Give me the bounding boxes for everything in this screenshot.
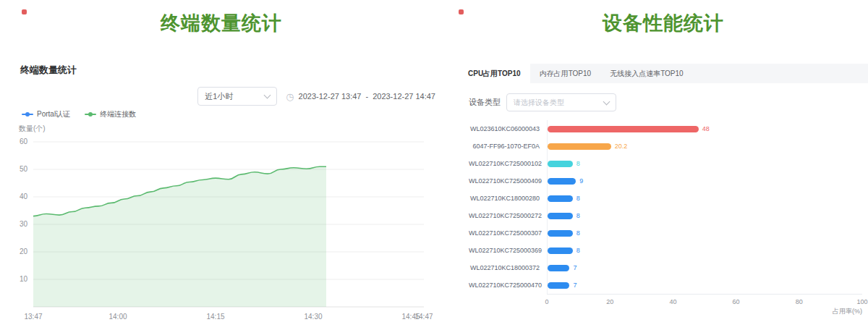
legend-item[interactable]: 终端连接数	[85, 109, 136, 119]
svg-text:40: 40	[20, 192, 28, 200]
bar-value-label: 8	[576, 229, 580, 237]
top10-tab-bar: CPU占用TOP10内存占用TOP10无线接入点速率TOP10	[459, 64, 868, 83]
x-tick-label: 0	[545, 298, 548, 305]
chart-controls: 近1小时 ◷ 2023-12-27 13:47 - 2023-12-27 14:…	[197, 87, 435, 106]
bar-row: WL022710KC7250001028	[469, 155, 862, 172]
svg-text:14:30: 14:30	[304, 313, 322, 321]
bar-row: WL022710KC180003727	[469, 259, 862, 276]
y-axis-name: 数量(个)	[19, 124, 46, 134]
bar-row: WL022710KC7250004707	[469, 276, 862, 294]
bar-row: WL022710KC180002808	[469, 190, 862, 207]
svg-text:14:00: 14:00	[109, 313, 127, 321]
bar-row: 6047-FF96-1070-EF0A20.2	[469, 138, 862, 155]
bar-value-label: 9	[579, 177, 583, 185]
bar-category-label: WL022710KC18000280	[469, 195, 547, 202]
legend-label: 终端连接数	[100, 109, 136, 119]
bar-value-label: 8	[576, 195, 580, 202]
bar	[548, 213, 573, 219]
bar-value-label: 8	[576, 212, 580, 219]
bar-value-label: 7	[573, 264, 576, 271]
x-tick-label: 20	[606, 298, 613, 305]
svg-text:60: 60	[20, 138, 28, 145]
chevron-down-icon	[264, 92, 271, 99]
svg-text:50: 50	[20, 165, 28, 173]
device-type-label: 设备类型	[469, 97, 501, 108]
terminal-section-title: 终端数量统计	[20, 64, 77, 77]
bar	[548, 178, 576, 185]
svg-text:14:47: 14:47	[414, 313, 433, 321]
bar-value-label: 8	[576, 247, 580, 254]
chevron-down-icon	[603, 98, 610, 105]
bar-row: WL023610KC0600004348	[469, 120, 862, 138]
x-tick-label: 100	[856, 298, 867, 305]
svg-text:13:47: 13:47	[24, 313, 42, 321]
bar	[548, 161, 573, 167]
bar-x-axis: 020406080100占用率(%)	[547, 294, 862, 316]
bar-row: WL022710KC7250003078	[469, 224, 862, 242]
x-tick-label: 40	[669, 298, 676, 305]
bar	[548, 282, 569, 289]
terminal-stats-panel: 终端数量统计 终端数量统计 近1小时 ◷ 2023-12-27 13:47 - …	[0, 0, 443, 330]
bar-value-label: 20.2	[615, 143, 628, 150]
bar-category-label: WL022710KC725000307	[469, 229, 547, 237]
device-type-placeholder: 请选择设备类型	[514, 98, 564, 108]
bar-category-label: WL022710KC725000272	[469, 212, 547, 219]
bar-value-label: 8	[576, 160, 580, 167]
time-range-value: 近1小时	[205, 91, 233, 102]
tab-1[interactable]: 内存占用TOP10	[530, 64, 601, 83]
bar-category-label: WL022710KC725000102	[469, 160, 547, 167]
bar-row: WL022710KC7250002728	[469, 207, 862, 224]
device-type-row: 设备类型 请选择设备类型	[469, 93, 616, 111]
bar	[548, 248, 573, 254]
bar	[548, 230, 573, 237]
chart-legend: Portal认证终端连接数	[22, 109, 136, 119]
date-separator: -	[365, 92, 368, 101]
x-tick-label: 80	[796, 298, 803, 305]
end-datetime: 2023-12-27 14:47	[373, 92, 435, 101]
clock-icon: ◷	[286, 92, 294, 101]
bar-value-label: 7	[573, 282, 576, 289]
legend-label: Portal认证	[37, 109, 70, 119]
bar-category-label: WL022710KC725000409	[469, 177, 547, 185]
bar-category-label: WL022710KC725000470	[469, 282, 547, 289]
svg-text:20: 20	[20, 248, 28, 255]
tab-2[interactable]: 无线接入点速率TOP10	[600, 64, 693, 83]
svg-text:30: 30	[20, 220, 28, 228]
bar-category-label: WL022710KC18000372	[469, 264, 547, 271]
red-marker-icon	[459, 9, 464, 14]
device-perf-panel: 设备性能统计 CPU占用TOP10内存占用TOP10无线接入点速率TOP10 设…	[459, 0, 868, 330]
cpu-top10-bar-chart: WL023610KC06000043486047-FF96-1070-EF0A2…	[469, 120, 862, 316]
bar-row: WL022710KC7250004099	[469, 172, 862, 190]
bar	[548, 195, 573, 202]
legend-marker-icon	[85, 114, 96, 115]
bar	[548, 126, 699, 132]
bar-category-label: WL022710KC725000369	[469, 247, 547, 254]
terminal-panel-title: 终端数量统计	[0, 10, 443, 36]
device-type-select[interactable]: 请选择设备类型	[506, 93, 616, 111]
bar-category-label: WL023610KC06000043	[469, 125, 547, 132]
device-panel-title: 设备性能统计	[459, 10, 868, 36]
x-tick-label: 60	[733, 298, 740, 305]
bar-row: WL022710KC7250003698	[469, 242, 862, 259]
legend-marker-icon	[22, 114, 33, 115]
red-marker-icon	[22, 9, 27, 14]
bar-category-label: 6047-FF96-1070-EF0A	[469, 143, 547, 150]
bar	[548, 265, 569, 271]
time-range-select[interactable]: 近1小时	[197, 87, 277, 106]
date-range-picker[interactable]: ◷ 2023-12-27 13:47 - 2023-12-27 14:47	[286, 92, 435, 101]
svg-text:10: 10	[20, 275, 28, 283]
legend-item[interactable]: Portal认证	[22, 109, 70, 119]
bar	[548, 143, 611, 150]
svg-text:14:15: 14:15	[206, 313, 224, 321]
x-axis-unit-label: 占用率(%)	[833, 307, 862, 316]
start-datetime: 2023-12-27 13:47	[299, 92, 362, 101]
tab-0[interactable]: CPU占用TOP10	[459, 64, 530, 83]
bar-value-label: 48	[702, 125, 710, 132]
terminal-line-chart: 10203040506013:4714:0014:1514:3014:4514:…	[10, 133, 433, 323]
